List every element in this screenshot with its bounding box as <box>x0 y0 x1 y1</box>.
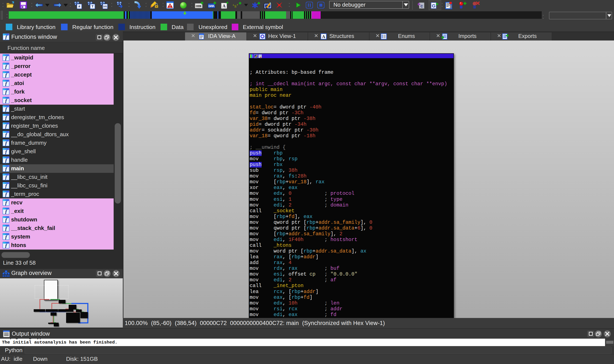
svg-text:DATA: DATA <box>209 4 215 8</box>
svg-text:A: A <box>222 4 226 8</box>
svg-text:c: c <box>420 3 423 9</box>
svg-text:G: G <box>432 3 435 9</box>
svg-text:A: A <box>322 34 325 39</box>
svg-text:CODE: CODE <box>196 4 202 8</box>
svg-text:‘s’: ‘s’ <box>232 3 238 9</box>
